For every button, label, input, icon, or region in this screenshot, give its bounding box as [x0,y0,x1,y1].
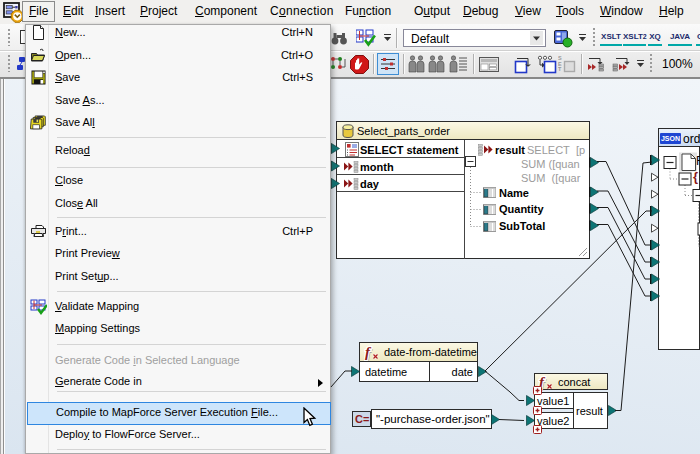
svg-text:T: T [558,66,562,72]
